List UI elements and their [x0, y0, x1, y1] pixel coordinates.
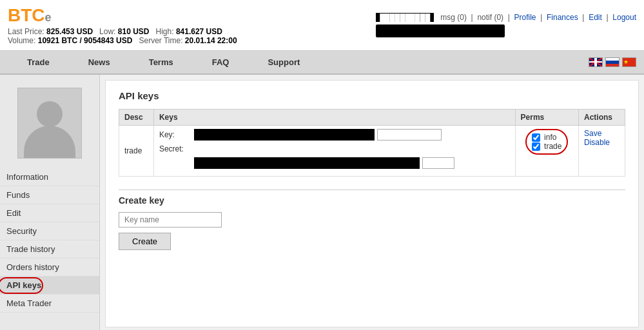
sidebar-item-api-keys[interactable]: API keys	[0, 277, 99, 295]
header-left: BTCe Last Price: 825.453 USD Low: 810 US…	[8, 5, 237, 45]
flag-ru-icon[interactable]	[605, 57, 620, 67]
col-actions: Actions	[578, 110, 625, 126]
avatar	[17, 88, 82, 159]
perm-info-checkbox[interactable]	[532, 133, 540, 142]
disable-action[interactable]: Disable	[584, 138, 620, 147]
sidebar-item-orders-history[interactable]: Orders history	[0, 258, 99, 277]
perm-trade: trade	[532, 142, 561, 151]
nav-trade[interactable]: Trade	[8, 51, 69, 73]
divider	[119, 189, 625, 190]
api-key-row: trade Key: Secret:	[119, 126, 625, 177]
secret-value-black	[194, 157, 420, 169]
nav-faq[interactable]: FAQ	[193, 51, 249, 73]
finances-link[interactable]: Finances	[547, 13, 578, 22]
flag-cn-icon[interactable]: ★	[622, 57, 636, 67]
secret-value-input	[422, 157, 454, 169]
key-name-input[interactable]	[119, 212, 222, 228]
content: API keys Desc Keys Perms Actions trade K…	[105, 80, 639, 327]
logo: BTCe	[8, 5, 52, 26]
header: BTCe Last Price: 825.453 USD Low: 810 US…	[0, 0, 644, 51]
logout-link[interactable]: Logout	[612, 13, 636, 22]
secret-label: Secret:	[159, 144, 191, 153]
key-label: Key:	[159, 130, 191, 139]
price-info: Last Price: 825.453 USD Low: 810 USD Hig…	[8, 27, 237, 45]
create-button[interactable]: Create	[119, 233, 171, 250]
header-right: ██████████ msg (0) | notif (0) | Profile…	[376, 13, 636, 37]
api-perms-cell: info trade	[515, 126, 578, 177]
sidebar-item-funds[interactable]: Funds	[0, 186, 99, 204]
col-keys: Keys	[153, 110, 515, 126]
avatar-body	[24, 126, 75, 158]
create-key-title: Create key	[119, 195, 625, 206]
perm-trade-checkbox[interactable]	[532, 142, 540, 151]
sidebar-item-security[interactable]: Security	[0, 222, 99, 240]
sidebar-menu: Information Funds Edit Security Trade hi…	[0, 168, 99, 313]
col-desc: Desc	[119, 110, 154, 126]
key-field-row: Key:	[159, 129, 510, 141]
perm-info-label: info	[544, 133, 556, 142]
nav-support[interactable]: Support	[248, 51, 319, 73]
edit-link[interactable]: Edit	[589, 13, 602, 22]
nav-terms[interactable]: Terms	[130, 51, 193, 73]
avatar-head	[37, 101, 63, 127]
main: Information Funds Edit Security Trade hi…	[0, 75, 644, 330]
sidebar: Information Funds Edit Security Trade hi…	[0, 75, 100, 330]
flags: ★	[589, 57, 636, 67]
perm-trade-label: trade	[544, 142, 561, 151]
sidebar-item-meta-trader[interactable]: Meta Trader	[0, 295, 99, 313]
username-banner: ██████████	[376, 13, 434, 22]
save-action[interactable]: Save	[584, 129, 620, 138]
key-value-black	[194, 129, 375, 141]
create-key-section: Create key Create	[119, 195, 625, 250]
api-keys-cell: Key: Secret:	[153, 126, 515, 177]
api-desc-cell: trade	[119, 126, 154, 177]
sidebar-item-information[interactable]: Information	[0, 168, 99, 186]
sidebar-item-edit[interactable]: Edit	[0, 204, 99, 222]
api-keys-table: Desc Keys Perms Actions trade Key:	[119, 109, 625, 177]
nav-news[interactable]: News	[69, 51, 130, 73]
perm-info: info	[532, 133, 561, 142]
flag-uk-icon[interactable]	[589, 57, 603, 67]
key-value-input	[377, 129, 442, 141]
perms-circle-highlight: info trade	[525, 129, 568, 155]
nav-links: Trade News Terms FAQ Support	[8, 51, 319, 73]
profile-link[interactable]: Profile	[514, 13, 536, 22]
secret-field-row: Secret:	[159, 144, 510, 153]
api-keys-title: API keys	[119, 90, 625, 101]
col-perms: Perms	[515, 110, 578, 126]
nav: Trade News Terms FAQ Support ★	[0, 51, 644, 75]
secret-value-row	[159, 157, 510, 169]
user-banner-bar	[376, 24, 505, 37]
sidebar-item-trade-history[interactable]: Trade history	[0, 240, 99, 258]
user-bar: ██████████ msg (0) | notif (0) | Profile…	[376, 13, 636, 22]
api-actions-cell: Save Disable	[578, 126, 625, 177]
